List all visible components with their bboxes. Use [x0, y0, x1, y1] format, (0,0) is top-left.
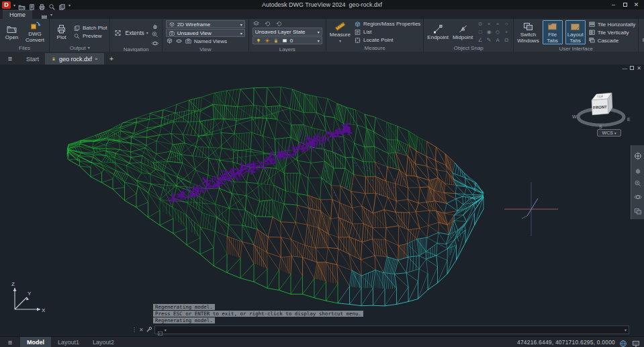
command-prompt-icon — [157, 327, 163, 332]
layout-tabs-toggle[interactable]: Layout Tabs — [565, 20, 586, 44]
command-expand-icon[interactable]: ▾ — [625, 327, 627, 332]
clean-screen-icon[interactable] — [631, 338, 641, 346]
plot-icon[interactable] — [38, 1, 46, 9]
doc-minimize-icon[interactable]: — — [622, 65, 627, 71]
command-input[interactable] — [168, 327, 623, 333]
tab-home[interactable]: Home — [3, 10, 32, 19]
layer-restore-icon[interactable] — [275, 20, 283, 27]
tile-vertically-button[interactable]: Tile Vertically — [588, 29, 636, 36]
view-state-dropdown[interactable]: Unsaved View▾ — [166, 29, 245, 37]
new-sheet-icon[interactable] — [28, 1, 36, 9]
region-mass-properties-icon — [354, 21, 361, 28]
snap-mode-icon: A — [494, 36, 502, 44]
layout-menu-icon[interactable]: ≡ — [0, 338, 20, 346]
wireframe-terrain-mesh — [59, 71, 502, 307]
panel-user-interface: Switch Windows File Tabs Layout Tabs Til… — [514, 19, 639, 52]
application-menu-button[interactable]: D — [2, 1, 11, 9]
zoom-extents-button[interactable]: Extents ▾ — [113, 28, 148, 38]
pan-icon[interactable] — [151, 20, 159, 28]
panel-label-measure: Measure — [326, 44, 424, 52]
list-button[interactable]: List — [354, 29, 420, 36]
user-interface-button[interactable]: User Interface ▾ — [641, 20, 644, 48]
nav-zoom-icon[interactable] — [634, 178, 642, 186]
panel-expander-icon[interactable]: ▾ — [88, 44, 90, 52]
visual-style-dropdown[interactable]: 2D Wireframe▾ — [166, 20, 245, 28]
panel-object-snap: Endpoint Midpoint ⊙××○□◉◇+∠✎AΩ Object Sn… — [424, 19, 514, 52]
ribbon-options-icon — [40, 11, 48, 17]
command-close-icon[interactable]: ✕ — [139, 327, 144, 333]
ribbon-options-caret-icon: ▾ — [50, 12, 52, 17]
cascade-icon — [588, 37, 596, 44]
tile-horizontally-button[interactable]: Tile Horizontally — [588, 21, 636, 28]
command-input-field[interactable]: ▾ ▾ — [154, 325, 629, 334]
tab-model[interactable]: Model — [20, 337, 51, 347]
svg-text:Y: Y — [28, 291, 32, 297]
ribbon-options-button[interactable]: ▾ — [38, 10, 55, 19]
view-orbit-icon[interactable] — [175, 38, 183, 44]
graphics-performance-icon[interactable] — [618, 338, 628, 346]
close-button[interactable]: ✕ — [631, 1, 641, 9]
named-views-button[interactable]: Named Views — [194, 38, 227, 44]
svg-text:E: E — [627, 117, 631, 122]
tab-start[interactable]: Start — [20, 53, 45, 65]
panel-label-files: Files — [0, 44, 49, 52]
nav-showmotion-icon[interactable] — [634, 206, 642, 214]
snap-mode-icon: Ω — [502, 36, 510, 44]
layer-color-swatch — [281, 38, 288, 44]
close-tab-icon[interactable]: × — [95, 56, 98, 62]
batch-plot-icon[interactable] — [58, 1, 66, 9]
tab-layout2[interactable]: Layout2 — [86, 337, 121, 347]
switch-windows-icon — [522, 21, 534, 32]
file-tabs-toggle[interactable]: File Tabs — [543, 20, 563, 44]
command-history-line: Regenerating model. — [153, 317, 215, 323]
cascade-button[interactable]: Cascade — [588, 37, 636, 44]
preview-icon — [73, 33, 81, 40]
region-mass-properties-button[interactable]: Region/Mass Properties — [354, 21, 420, 28]
tab-document[interactable]: geo rock.dxf × — [45, 53, 104, 65]
plot-button[interactable]: Plot — [52, 24, 71, 41]
dwg-convert-button[interactable]: DWG Convert — [24, 20, 46, 43]
command-recent-icon[interactable]: ⋮ — [132, 327, 137, 333]
file-tab-menu-icon[interactable]: ≡ — [0, 53, 20, 65]
svg-text:X: X — [42, 307, 46, 313]
midpoint-snap-button[interactable]: Midpoint — [452, 24, 473, 41]
doc-restore-icon[interactable] — [630, 65, 634, 71]
batch-plot-icon — [73, 25, 81, 32]
doc-close-icon[interactable]: ✕ — [637, 65, 641, 71]
nav-orbit-icon[interactable] — [634, 192, 642, 200]
view-tool-icon[interactable] — [166, 38, 173, 44]
measure-button[interactable]: Measure ▾ — [329, 21, 351, 43]
coordinate-readout: 474216.6449, 4071710.6295, 0.0000 — [517, 339, 615, 346]
switch-windows-button[interactable]: Switch Windows — [516, 21, 539, 44]
zoom-icon[interactable] — [151, 29, 159, 36]
named-views-icon[interactable] — [185, 38, 192, 44]
orbit-icon[interactable] — [151, 38, 159, 45]
layer-properties-icon[interactable] — [252, 20, 260, 27]
extents-caret-icon[interactable]: ▾ — [146, 30, 148, 35]
restore-button[interactable] — [620, 1, 630, 9]
svg-text:S: S — [599, 124, 602, 129]
plot-preview-icon[interactable] — [48, 1, 56, 9]
layer-previous-icon[interactable] — [264, 20, 271, 27]
customize-command-icon[interactable] — [146, 326, 152, 333]
preview-button[interactable]: Preview — [73, 33, 107, 40]
new-tab-button[interactable]: + — [104, 53, 119, 65]
application-menu-caret-icon[interactable]: ▾ — [13, 3, 15, 7]
navigation-wheel-icon[interactable] — [634, 151, 642, 159]
minimize-button[interactable]: – — [608, 1, 618, 9]
endpoint-snap-button[interactable]: Endpoint — [426, 24, 449, 41]
layer-state-dropdown[interactable]: Unsaved Layer State▾ — [252, 28, 322, 36]
readonly-lock-icon — [51, 56, 56, 62]
locate-point-button[interactable]: Locate Point — [354, 37, 420, 44]
layer-dropdown[interactable]: 0▾ — [252, 36, 322, 44]
tab-layout1[interactable]: Layout1 — [51, 337, 86, 347]
drawing-viewport[interactable]: — ✕ WESTOPFRONT WCS▾ ZYX Regenerating mo… — [0, 65, 644, 336]
nav-pan-icon[interactable] — [634, 165, 642, 173]
open-icon[interactable] — [18, 1, 26, 9]
open-button[interactable]: Open — [3, 24, 21, 41]
panel-layers: Unsaved Layer State▾ 0▾ Layers — [249, 19, 326, 52]
panel-label-object-snap: Object Snap — [424, 44, 513, 52]
customize-quick-access-icon[interactable]: ▾ — [68, 3, 71, 7]
batch-plot-button[interactable]: Batch Plot — [73, 25, 107, 32]
wcs-dropdown[interactable]: WCS▾ — [597, 129, 621, 137]
